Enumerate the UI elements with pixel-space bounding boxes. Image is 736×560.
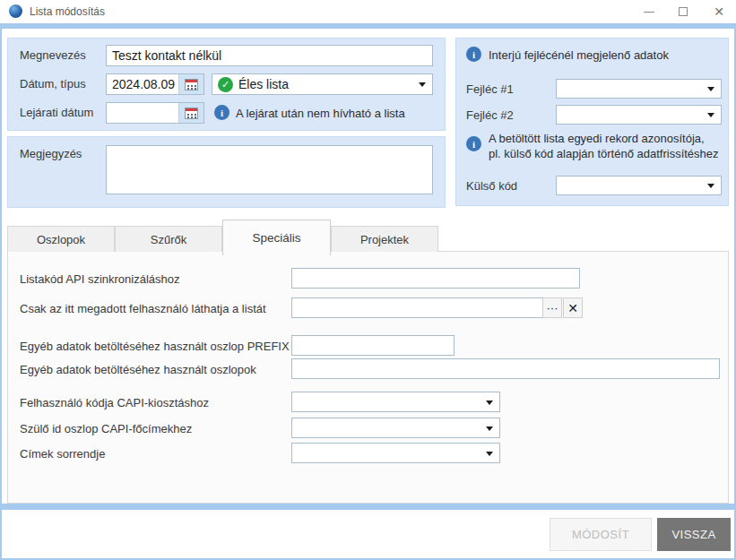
browse-user-button[interactable]: ··· [542, 297, 562, 318]
date-type-label: Dátum, típus [20, 77, 86, 90]
expiry-date-input[interactable] [106, 102, 204, 124]
tab-specialis[interactable]: Speciális [222, 220, 331, 255]
address-order-label: Címek sorrendje [20, 447, 105, 461]
chevron-down-icon [486, 426, 493, 431]
expiry-calendar-button[interactable] [178, 103, 203, 123]
header2-label: Fejléc #2 [466, 108, 514, 122]
chevron-down-icon [486, 401, 493, 405]
chevron-down-icon [707, 113, 714, 117]
tab-projektek[interactable]: Projektek [331, 226, 438, 252]
modify-button[interactable]: MÓDOSÍT [550, 518, 652, 551]
parent-id-dropdown[interactable] [291, 418, 500, 438]
tab-label: Oszlopok [37, 233, 85, 246]
restricted-user-label: Csak az itt megadott felhasználó láthatj… [20, 302, 266, 315]
capi-user-code-label: Felhasználó kódja CAPI-kiosztáshoz [20, 396, 209, 409]
tab-szurok[interactable]: Szűrők [115, 226, 222, 252]
external-code-label: Külső kód [466, 179, 517, 193]
tab-oszlopok[interactable]: Oszlopok [7, 226, 115, 252]
frame-top [0, 23, 736, 29]
date-value: 2024.08.09 [107, 74, 178, 94]
footer-separator [0, 504, 736, 510]
chevron-down-icon [419, 82, 426, 87]
dialog-window: Lista módosítás ✕ Megnevezés Dátum, típu… [0, 0, 736, 560]
check-circle-icon: ✓ [218, 77, 233, 92]
address-order-dropdown[interactable] [291, 443, 500, 463]
chevron-down-icon [486, 452, 493, 456]
tab-label: Projektek [360, 233, 409, 246]
maximize-icon [679, 7, 688, 16]
date-calendar-button[interactable] [178, 74, 203, 94]
external-code-info-line2: pl. külső kód alapján történő adatfrissí… [489, 147, 719, 160]
expiry-label: Lejárati dátum [20, 106, 93, 119]
minimize-button[interactable] [634, 0, 664, 23]
info-icon: i [466, 136, 481, 151]
info-icon: i [466, 47, 481, 62]
api-listcode-label: Listakód API szinkronizáláshoz [20, 272, 179, 286]
back-button[interactable]: VISSZA [657, 518, 731, 551]
close-button[interactable]: ✕ [704, 0, 734, 23]
external-code-dropdown[interactable] [556, 176, 722, 195]
calendar-icon [185, 79, 198, 90]
comment-label: Megjegyzés [20, 147, 82, 160]
chevron-down-icon [707, 184, 714, 188]
frame-left [0, 23, 2, 560]
external-code-info-line1: A betöltött lista egyedi rekord azonosít… [489, 132, 705, 145]
list-type-dropdown[interactable]: ✓ Éles lista [212, 73, 433, 95]
maximize-button[interactable] [668, 0, 698, 23]
header1-label: Fejléc #1 [466, 82, 514, 96]
window-title: Lista módosítás [30, 5, 105, 18]
tab-label: Speciális [252, 231, 300, 245]
titlebar: Lista módosítás ✕ [0, 0, 736, 23]
close-icon: ✕ [714, 4, 724, 19]
clear-x-icon: ✕ [567, 301, 578, 315]
ellipsis-icon: ··· [547, 301, 558, 314]
calendar-icon [185, 108, 198, 119]
name-input[interactable] [106, 45, 433, 66]
api-listcode-input[interactable] [291, 268, 580, 289]
list-type-value: Éles lista [238, 77, 289, 91]
extra-columns-input[interactable] [291, 358, 720, 379]
comment-textarea[interactable] [106, 145, 433, 194]
parent-id-label: Szülő id oszlop CAPI-főcímekhez [20, 422, 192, 435]
restricted-user-input[interactable] [291, 297, 543, 318]
prefix-input[interactable] [291, 335, 455, 356]
minimize-icon [644, 12, 654, 13]
header-info-text: Interjú fejlécénél megjelenő adatok [489, 48, 669, 62]
expiry-date-value [107, 103, 178, 123]
chevron-down-icon [707, 87, 714, 91]
header2-dropdown[interactable] [556, 105, 722, 125]
name-label: Megnevezés [20, 48, 86, 62]
extra-columns-label: Egyéb adatok betöltéséhez használt oszlo… [20, 363, 256, 376]
expiry-hint: A lejárat után nem hívható a lista [236, 107, 405, 120]
app-icon [9, 4, 22, 18]
header1-dropdown[interactable] [556, 79, 722, 99]
prefix-label: Egyéb adatok betöltéséhez használt oszlo… [20, 340, 290, 353]
tab-label: Szűrők [151, 233, 186, 246]
info-icon: i [214, 105, 229, 120]
date-input[interactable]: 2024.08.09 [106, 73, 204, 95]
capi-user-code-dropdown[interactable] [291, 392, 500, 412]
clear-user-button[interactable]: ✕ [563, 297, 583, 318]
